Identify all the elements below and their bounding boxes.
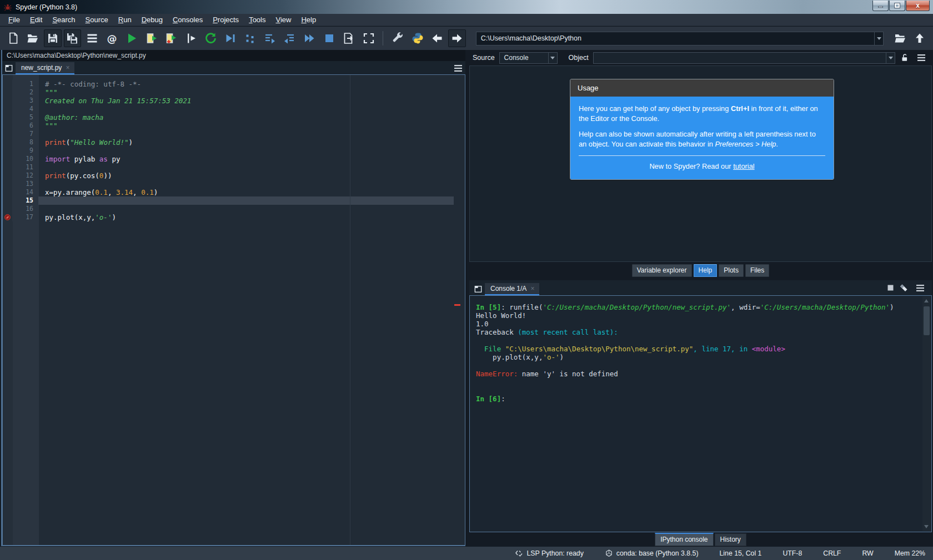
menu-help[interactable]: Help (296, 14, 321, 25)
editor-line-6[interactable]: 6""" (3, 122, 465, 130)
save-all-icon[interactable] (64, 29, 82, 47)
tab-files[interactable]: Files (745, 264, 769, 277)
code-line-2[interactable]: """ (38, 88, 465, 97)
menu-run[interactable]: Run (113, 14, 137, 25)
editor-line-17[interactable]: 17py.plot(x,y,'o-') (3, 213, 465, 221)
run-cell-icon[interactable] (143, 29, 160, 47)
tab-variable-explorer[interactable]: Variable explorer (632, 264, 692, 277)
open-file-icon[interactable] (24, 29, 42, 47)
run-icon[interactable] (123, 29, 141, 47)
gutter-line-4[interactable]: 4 (3, 105, 38, 113)
code-line-15[interactable] (38, 196, 454, 205)
menu-source[interactable]: Source (81, 14, 113, 25)
minimize-button[interactable] (872, 1, 889, 11)
symbol-finder-icon[interactable]: @ (103, 29, 121, 47)
menu-search[interactable]: Search (47, 14, 80, 25)
gutter-line-6[interactable]: 6 (3, 122, 38, 130)
editor-line-2[interactable]: 2""" (3, 88, 465, 97)
editor-line-7[interactable]: 7 (3, 130, 465, 138)
gutter-line-7[interactable]: 7 (3, 130, 38, 138)
menu-file[interactable]: File (3, 14, 25, 25)
console-options-menu-icon[interactable] (913, 282, 927, 294)
menu-debug[interactable]: Debug (137, 14, 168, 25)
editor-line-11[interactable]: 11 (3, 163, 465, 171)
scroll-down-icon[interactable] (924, 525, 929, 528)
menu-view[interactable]: View (270, 14, 296, 25)
working-directory-input[interactable] (476, 32, 874, 45)
code-line-10[interactable]: import pylab as py (38, 155, 465, 163)
source-combobox[interactable]: Console (499, 52, 558, 64)
tab-plots[interactable]: Plots (719, 264, 744, 277)
menu-projects[interactable]: Projects (208, 14, 244, 25)
code-line-16[interactable] (38, 205, 465, 213)
gutter-line-16[interactable]: 16 (3, 205, 38, 213)
preferences-wrench-icon[interactable] (389, 29, 407, 47)
run-external-icon[interactable] (340, 29, 358, 47)
tab-close-icon[interactable]: × (66, 64, 69, 71)
menu-tools[interactable]: Tools (244, 14, 270, 25)
editor-line-4[interactable]: 4 (3, 105, 465, 113)
scrollbar-thumb[interactable] (924, 306, 930, 335)
gutter-line-1[interactable]: 1 (3, 80, 38, 88)
editor-line-16[interactable]: 16 (3, 205, 465, 213)
editor-line-12[interactable]: 12print(py.cos(0)) (3, 171, 465, 180)
python-logo-icon[interactable] (409, 29, 427, 47)
continue-icon[interactable] (300, 29, 318, 47)
console-output-area[interactable]: In [5]: runfile('C:/Users/macha/Desktop/… (469, 295, 932, 532)
working-directory-dropdown[interactable] (874, 32, 883, 45)
gutter-line-14[interactable]: 14 (3, 188, 38, 196)
gutter-line-8[interactable]: 8 (3, 138, 38, 147)
gutter-line-9[interactable]: 9 (3, 147, 38, 155)
gutter-line-2[interactable]: 2 (3, 88, 38, 97)
code-line-9[interactable] (38, 147, 465, 155)
console-tab[interactable]: Console 1/A × (485, 283, 539, 295)
console-tab-close-icon[interactable]: × (530, 285, 534, 292)
restore-button[interactable] (889, 1, 905, 11)
run-to-line-icon[interactable] (222, 29, 239, 47)
tab-history[interactable]: History (715, 533, 746, 546)
save-icon[interactable] (44, 29, 62, 47)
step-into-icon[interactable] (281, 29, 299, 47)
browse-tabs-icon[interactable] (2, 62, 16, 74)
editor-line-14[interactable]: 14x=py.arange(0.1, 3.14, 0.1) (3, 188, 465, 196)
code-line-3[interactable]: Created on Thu Jan 21 15:57:53 2021 (38, 97, 465, 105)
run-selection-icon[interactable] (182, 29, 200, 47)
editor-line-8[interactable]: 8print("Hello World!") (3, 138, 465, 147)
gutter-line-3[interactable]: 3 (3, 97, 38, 105)
gutter-line-17[interactable]: 17 (3, 213, 38, 221)
editor-code-area[interactable]: 1# -*- coding: utf-8 -*-2"""3Created on … (2, 74, 465, 546)
editor-options-menu-icon[interactable] (451, 62, 465, 74)
new-file-icon[interactable] (4, 29, 22, 47)
gutter-line-12[interactable]: 12 (3, 171, 38, 180)
close-button[interactable]: x (906, 1, 930, 11)
browse-consoles-icon[interactable] (471, 283, 485, 295)
code-line-13[interactable] (38, 180, 465, 188)
gutter-line-13[interactable]: 13 (3, 180, 38, 188)
gutter-line-5[interactable]: 5 (3, 113, 38, 122)
editor-tab-new-script[interactable]: new_script.py × (16, 62, 74, 74)
browse-directory-icon[interactable] (891, 29, 909, 47)
run-cell-advance-icon[interactable] (162, 29, 180, 47)
editor-line-3[interactable]: 3Created on Thu Jan 21 15:57:53 2021 (3, 97, 465, 105)
maximize-pane-icon[interactable] (360, 29, 378, 47)
scroll-up-icon[interactable] (924, 299, 929, 302)
editor-line-10[interactable]: 10import pylab as py (3, 155, 465, 163)
clear-console-icon[interactable] (899, 283, 909, 292)
help-options-menu-icon[interactable] (914, 52, 929, 64)
code-line-17[interactable]: py.plot(x,y,'o-') (38, 213, 465, 221)
menu-consoles[interactable]: Consoles (168, 14, 208, 25)
code-line-4[interactable] (38, 105, 465, 113)
code-line-8[interactable]: print("Hello World!") (38, 138, 465, 147)
console-scrollbar[interactable] (922, 296, 931, 531)
tutorial-link[interactable]: tutorial (733, 162, 754, 170)
code-line-11[interactable] (38, 163, 465, 171)
menu-edit[interactable]: Edit (25, 14, 47, 25)
title-bar[interactable]: Spyder (Python 3.8) x (0, 0, 933, 14)
forward-icon[interactable] (448, 29, 466, 47)
editor-line-1[interactable]: 1# -*- coding: utf-8 -*- (3, 80, 465, 88)
code-line-6[interactable]: """ (38, 122, 465, 130)
back-icon[interactable] (429, 29, 447, 47)
interrupt-kernel-icon[interactable] (886, 284, 895, 292)
editor-line-5[interactable]: 5@author: macha (3, 113, 465, 122)
stop-icon[interactable] (320, 29, 338, 47)
